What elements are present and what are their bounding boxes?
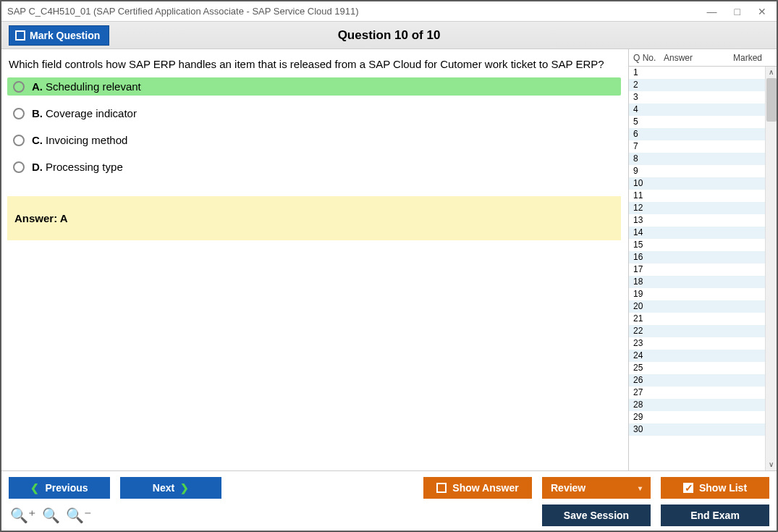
checkbox-checked-icon (683, 483, 693, 493)
option-letter: A. (32, 80, 43, 93)
list-row[interactable]: 27 (629, 387, 777, 399)
list-row[interactable]: 15 (629, 239, 777, 251)
list-row[interactable]: 9 (629, 165, 777, 177)
chevron-right-icon: ❯ (180, 482, 189, 494)
list-row[interactable]: 4 (629, 104, 777, 116)
zoom-reset-icon[interactable]: 🔍 (42, 507, 60, 524)
option-A[interactable]: A.Scheduling relevant (7, 77, 621, 96)
option-text: Invoicing method (46, 134, 127, 146)
list-row[interactable]: 5 (629, 116, 777, 128)
option-text: Coverage indicator (46, 107, 137, 119)
list-row[interactable]: 29 (629, 411, 777, 423)
option-letter: C. (32, 134, 43, 146)
scroll-thumb[interactable] (766, 78, 777, 122)
maximize-icon[interactable]: □ (735, 6, 740, 17)
list-row[interactable]: 2 (629, 79, 777, 91)
next-label: Next (153, 482, 174, 494)
col-qno: Q No. (629, 53, 664, 63)
list-header: Q No. Answer Marked (629, 49, 777, 67)
list-row[interactable]: 10 (629, 177, 777, 190)
body: Which field controls how SAP ERP handles… (1, 49, 777, 470)
option-letter: B. (32, 107, 43, 119)
chevron-down-icon: ▾ (638, 484, 642, 492)
question-list-panel: Q No. Answer Marked 12345678910111213141… (628, 49, 777, 470)
previous-label: Previous (45, 482, 88, 494)
radio-icon (13, 108, 25, 119)
scroll-up-icon[interactable]: ∧ (766, 67, 777, 78)
save-session-label: Save Session (564, 510, 629, 521)
review-label: Review (551, 482, 585, 494)
window-controls: — □ ✕ (707, 6, 771, 17)
list-row[interactable]: 24 (629, 350, 777, 362)
option-letter: D. (32, 161, 43, 173)
review-dropdown[interactable]: Review ▾ (542, 477, 651, 499)
checkbox-icon (15, 30, 25, 41)
scroll-down-icon[interactable]: ∨ (766, 459, 777, 470)
previous-button[interactable]: ❮ Previous (9, 477, 110, 499)
col-marked: Marked (733, 53, 777, 63)
option-C[interactable]: C.Invoicing method (7, 131, 621, 149)
list-row[interactable]: 12 (629, 202, 777, 214)
mark-question-label: Mark Question (30, 30, 100, 41)
save-session-button[interactable]: Save Session (542, 504, 651, 526)
end-exam-label: End Exam (690, 510, 740, 521)
list-row[interactable]: 19 (629, 288, 777, 300)
titlebar: SAP C_C4H510_01 (SAP Certified Applicati… (1, 1, 777, 22)
list-row[interactable]: 16 (629, 251, 777, 263)
list-row[interactable]: 25 (629, 362, 777, 374)
zoom-in-icon[interactable]: 🔍⁺ (10, 507, 36, 524)
radio-icon (13, 81, 25, 93)
show-list-button[interactable]: Show List (661, 477, 769, 499)
close-icon[interactable]: ✕ (758, 6, 766, 17)
list-row[interactable]: 20 (629, 300, 777, 313)
minimize-icon[interactable]: — (707, 6, 717, 17)
list-row[interactable]: 26 (629, 374, 777, 387)
list-row[interactable]: 14 (629, 227, 777, 239)
list-row[interactable]: 23 (629, 337, 777, 350)
show-list-label: Show List (699, 482, 747, 494)
app-window: SAP C_C4H510_01 (SAP Certified Applicati… (0, 0, 778, 532)
show-answer-button[interactable]: Show Answer (423, 477, 532, 499)
zoom-controls: 🔍⁺ 🔍 🔍⁻ (9, 507, 92, 524)
question-panel: Which field controls how SAP ERP handles… (1, 49, 628, 470)
list-row[interactable]: 13 (629, 214, 777, 227)
list-row[interactable]: 18 (629, 276, 777, 288)
list-row[interactable]: 6 (629, 128, 777, 140)
window-title: SAP C_C4H510_01 (SAP Certified Applicati… (7, 6, 359, 17)
next-button[interactable]: Next ❯ (120, 477, 221, 499)
list-row[interactable]: 28 (629, 399, 777, 411)
list-row[interactable]: 17 (629, 263, 777, 276)
options-list: A.Scheduling relevantB.Coverage indicato… (7, 77, 621, 185)
list-row[interactable]: 21 (629, 313, 777, 325)
list-row[interactable]: 11 (629, 190, 777, 202)
zoom-out-icon[interactable]: 🔍⁻ (66, 507, 92, 524)
question-counter: Question 10 of 10 (1, 28, 777, 43)
option-text: Scheduling relevant (46, 80, 141, 93)
end-exam-button[interactable]: End Exam (661, 504, 769, 526)
list-row[interactable]: 7 (629, 140, 777, 153)
radio-icon (13, 161, 25, 173)
list-row[interactable]: 30 (629, 423, 777, 436)
list-row[interactable]: 1 (629, 67, 777, 79)
list-body: 1234567891011121314151617181920212223242… (629, 67, 777, 470)
option-D[interactable]: D.Processing type (7, 158, 621, 176)
scrollbar[interactable]: ∧ ∨ (765, 67, 777, 470)
chevron-left-icon: ❮ (30, 482, 39, 494)
option-text: Processing type (46, 161, 123, 173)
mark-question-button[interactable]: Mark Question (9, 25, 109, 46)
show-answer-label: Show Answer (452, 482, 518, 494)
list-row[interactable]: 8 (629, 153, 777, 165)
checkbox-icon (436, 483, 447, 493)
radio-icon (13, 135, 25, 146)
header-bar: Mark Question Question 10 of 10 (1, 22, 777, 49)
footer: ❮ Previous Next ❯ Show Answer Review ▾ S… (1, 470, 777, 531)
list-row[interactable]: 3 (629, 91, 777, 104)
col-answer: Answer (664, 53, 733, 63)
answer-box: Answer: A (7, 196, 621, 240)
list-row[interactable]: 22 (629, 325, 777, 337)
question-text: Which field controls how SAP ERP handles… (7, 56, 621, 77)
option-B[interactable]: B.Coverage indicator (7, 104, 621, 122)
